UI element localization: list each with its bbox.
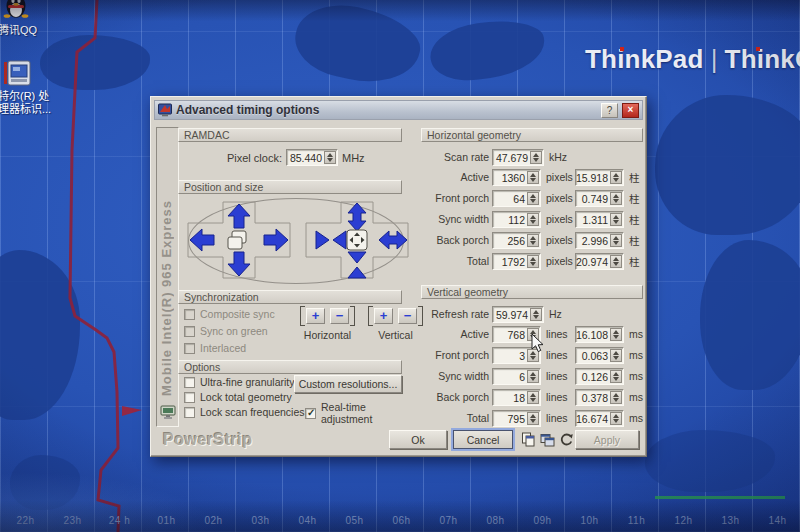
wallpaper-brand: ThinkPad|ThinkCentre [585,44,800,75]
brand-thinkpad: ThinkPad [585,44,704,74]
h-front-porch-row: Front porch 64 pixels 0.749 柱 [421,188,643,208]
move-left-arrow[interactable] [190,229,214,251]
unit-label: pixels [544,234,572,246]
timezone-label: 09h [519,515,566,526]
spinner-control[interactable] [530,308,542,321]
v-polarity-plus-button[interactable]: + [374,308,393,324]
dialog-titlebar[interactable]: Advanced timing options ? × [154,100,643,120]
field-value: 1792 [502,256,525,268]
desktop-icon-intel-processor-id[interactable]: 特尔(R) 处 理器标识... [3,60,59,116]
expand-vertical-arrow[interactable] [348,203,366,231]
cancel-button[interactable]: Cancel [453,430,513,449]
spinner-control[interactable] [610,328,622,341]
help-button[interactable]: ? [601,103,618,118]
v-total-lines-input[interactable]: 795 [492,410,541,427]
desktop-icon-label: 腾讯QQ [0,24,59,37]
h-total-row: Total 1792 pixels 20.974 柱 [421,251,643,271]
h-back-porch-pixels-input[interactable]: 256 [492,232,541,249]
field-value: 768 [507,329,525,341]
shrink-horizontal-arrow[interactable] [316,231,346,249]
h-polarity-plus-button[interactable]: + [306,308,325,324]
field-label: Active [421,171,489,183]
spinner-control[interactable] [610,391,622,404]
scan-rate-label: Scan rate [421,151,489,163]
desktop: ThinkPad|ThinkCentre 腾讯QQ 特尔(R) 处 理器标识..… [0,0,800,532]
paste-settings-button[interactable] [520,432,536,448]
v-back-porch-time-input[interactable]: 0.378 [575,389,624,406]
unit-label: lines [544,412,572,424]
spinner-control[interactable] [527,213,539,226]
spinner-control[interactable] [610,412,622,425]
v-polarity-minus-button[interactable]: − [398,308,417,324]
desktop-icon-qq[interactable]: 腾讯QQ [3,0,59,37]
h-total-pixels-input[interactable]: 1792 [492,253,541,270]
brand-divider: | [704,44,725,74]
move-down-arrow[interactable] [228,252,250,276]
h-front-porch-pixels-input[interactable]: 64 [492,190,541,207]
checkbox-label: Sync on green [200,325,268,337]
v-sync-width-time-input[interactable]: 0.126 [575,368,624,385]
field-label: Total [421,255,489,267]
spinner-control[interactable] [527,370,539,383]
checkbox-ultra-fine-granularity[interactable] [184,377,195,388]
spinner-control[interactable] [610,213,622,226]
spinner-control[interactable] [527,391,539,404]
apply-button[interactable]: Apply [575,430,639,449]
checkbox-lock-total-geometry[interactable] [184,392,195,403]
help-icon: ? [607,105,613,116]
spinner-control[interactable] [610,234,622,247]
spinner-control[interactable] [530,151,542,164]
spinner-control[interactable] [527,234,539,247]
timezone-label: 04h [284,515,331,526]
v-total-time-input[interactable]: 16.674 [575,410,624,427]
spinner-control[interactable] [610,349,622,362]
desktop-icon-label: 理器标识... [0,103,59,116]
h-front-porch-time-input[interactable]: 0.749 [575,190,624,207]
close-button[interactable]: × [622,103,639,118]
unit-label: 柱 [627,191,643,206]
spinner-control[interactable] [610,192,622,205]
v-active-time-input[interactable]: 16.108 [575,326,624,343]
custom-resolutions-button[interactable]: Custom resolutions... [294,375,402,393]
field-label: Active [421,328,489,340]
move-right-arrow[interactable] [264,229,288,251]
h-sync-width-time-input[interactable]: 1.311 [575,211,624,228]
expand-horizontal-arrow[interactable] [379,231,407,249]
spinner-control[interactable] [610,171,622,184]
spinner-control[interactable] [610,255,622,268]
h-active-time-input[interactable]: 15.918 [575,169,624,186]
spinner-control[interactable] [324,151,336,164]
reset-button[interactable] [558,432,574,448]
spinner-control[interactable] [527,171,539,184]
ok-button[interactable]: Ok [389,430,447,449]
h-back-porch-time-input[interactable]: 2.996 [575,232,624,249]
vertical-polarity-control: + − Vertical [368,306,423,341]
h-polarity-minus-button[interactable]: − [330,308,349,324]
v-front-porch-time-input[interactable]: 0.063 [575,347,624,364]
field-value: 256 [507,235,525,247]
size-center-icon [347,230,367,250]
timezone-label: 22h [2,515,49,526]
cascade-windows-icon [540,432,555,447]
checkbox-real-time-adjustment[interactable] [305,408,316,419]
h-total-time-input[interactable]: 20.974 [575,253,624,270]
v-back-porch-lines-input[interactable]: 18 [492,389,541,406]
spinner-control[interactable] [527,412,539,425]
intel-chip-icon [3,60,31,86]
checkbox-interlaced[interactable] [184,343,195,354]
v-sync-width-lines-input[interactable]: 6 [492,368,541,385]
spinner-control[interactable] [527,192,539,205]
move-up-arrow[interactable] [228,204,250,228]
spinner-control[interactable] [610,370,622,383]
h-sync-width-pixels-input[interactable]: 112 [492,211,541,228]
checkbox-composite-sync[interactable] [184,309,195,320]
pixel-clock-input[interactable]: 85.440 [286,149,338,166]
checkbox-sync-on-green[interactable] [184,326,195,337]
save-settings-button[interactable] [539,432,555,448]
refresh-rate-input[interactable]: 59.974 [492,306,544,323]
checkbox-lock-scan-frequencies[interactable] [184,407,195,418]
shrink-vertical-arrow[interactable] [348,252,366,278]
h-active-pixels-input[interactable]: 1360 [492,169,541,186]
spinner-control[interactable] [527,255,539,268]
scan-rate-input[interactable]: 47.679 [492,149,544,166]
